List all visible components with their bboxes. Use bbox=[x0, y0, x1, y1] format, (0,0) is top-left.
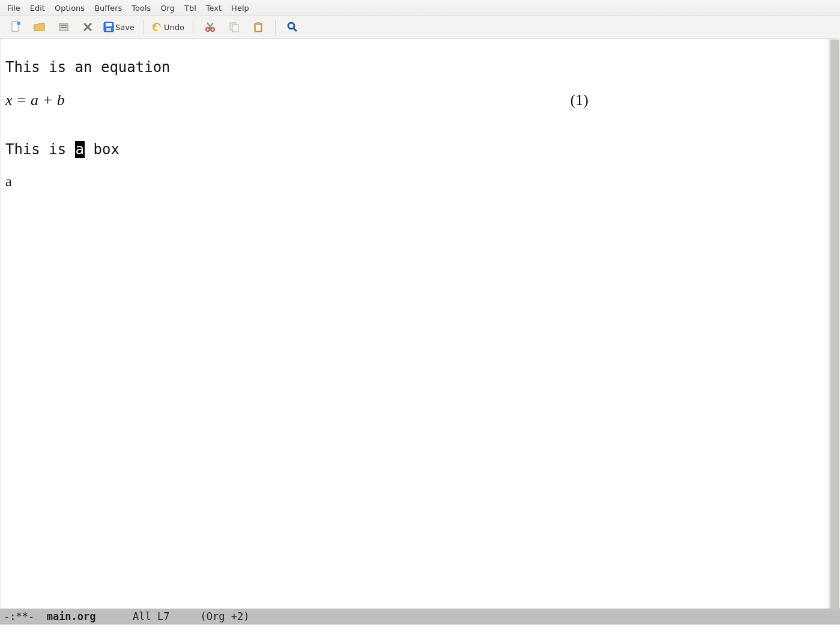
text-cursor: a bbox=[75, 141, 85, 158]
dired-button[interactable] bbox=[53, 19, 74, 35]
svg-line-20 bbox=[294, 28, 297, 31]
menu-item-buffers[interactable]: Buffers bbox=[89, 2, 127, 14]
paste-button[interactable] bbox=[247, 19, 269, 35]
svg-rect-15 bbox=[232, 25, 238, 32]
buffer-line: a bbox=[5, 173, 829, 190]
svg-point-1 bbox=[17, 22, 20, 25]
svg-rect-17 bbox=[256, 22, 260, 25]
buffer-line: This is an equation bbox=[5, 59, 171, 76]
search-magnifier-icon bbox=[287, 22, 298, 32]
menu-item-text[interactable]: Text bbox=[201, 2, 226, 14]
copy-icon bbox=[229, 22, 240, 32]
modeline-buffer-name: main.org bbox=[47, 610, 96, 622]
clipboard-icon bbox=[253, 22, 264, 32]
text-fragment: This is bbox=[5, 141, 75, 158]
equation-text: x = a + b bbox=[5, 91, 65, 109]
undo-arrow-icon bbox=[152, 22, 163, 32]
modeline-spacer bbox=[169, 610, 200, 622]
toolbar-separator bbox=[275, 20, 276, 34]
buffer-line: This is a box bbox=[5, 141, 119, 158]
toolbar: Save Undo bbox=[0, 16, 840, 38]
copy-button[interactable] bbox=[223, 19, 245, 35]
menu-item-edit[interactable]: Edit bbox=[25, 2, 50, 14]
text-buffer[interactable]: This is an equation x = a + b(1) This is… bbox=[0, 38, 829, 609]
vertical-scrollbar[interactable] bbox=[829, 38, 840, 609]
svg-rect-3 bbox=[61, 25, 67, 26]
save-floppy-icon bbox=[103, 22, 114, 32]
open-folder-icon bbox=[34, 22, 46, 32]
menu-item-org[interactable]: Org bbox=[156, 2, 180, 14]
svg-rect-4 bbox=[61, 27, 67, 28]
modeline-position: All L7 bbox=[133, 610, 169, 622]
cut-button[interactable] bbox=[199, 19, 221, 35]
menu-item-tbl[interactable]: Tbl bbox=[180, 2, 201, 14]
modeline-spacer bbox=[96, 610, 133, 622]
undo-button-label: Undo bbox=[164, 23, 184, 32]
toolbar-separator bbox=[143, 20, 144, 34]
save-button[interactable]: Save bbox=[101, 19, 137, 35]
menu-item-tools[interactable]: Tools bbox=[127, 2, 156, 14]
scrollbar-thumb[interactable] bbox=[830, 40, 839, 610]
editor-area: This is an equation x = a + b(1) This is… bbox=[0, 38, 840, 609]
search-button[interactable] bbox=[282, 19, 303, 35]
drive-icon bbox=[58, 22, 69, 32]
svg-rect-9 bbox=[106, 28, 111, 31]
svg-rect-18 bbox=[256, 25, 261, 31]
equation-number: (1) bbox=[570, 91, 588, 109]
close-x-icon bbox=[83, 22, 92, 32]
toolbar-separator bbox=[193, 20, 193, 34]
open-file-button[interactable] bbox=[29, 19, 50, 35]
modeline-status: -:**- bbox=[4, 610, 47, 622]
scissors-icon bbox=[205, 22, 216, 32]
menu-item-options[interactable]: Options bbox=[50, 2, 89, 14]
new-file-icon bbox=[10, 21, 21, 33]
svg-rect-8 bbox=[106, 23, 112, 26]
close-button[interactable] bbox=[77, 19, 98, 35]
save-button-label: Save bbox=[115, 23, 134, 32]
equation-row: x = a + b(1) bbox=[5, 91, 829, 109]
modeline-modes: (Org +2) bbox=[201, 610, 250, 622]
minibuffer[interactable] bbox=[0, 624, 840, 635]
menu-item-help[interactable]: Help bbox=[226, 2, 254, 14]
text-fragment: box bbox=[85, 141, 119, 158]
svg-point-19 bbox=[288, 23, 294, 29]
undo-button[interactable]: Undo bbox=[150, 19, 187, 35]
mode-line[interactable]: -:**- main.org All L7 (Org +2) bbox=[0, 609, 840, 624]
menu-bar: File Edit Options Buffers Tools Org Tbl … bbox=[0, 0, 840, 16]
new-file-button[interactable] bbox=[5, 19, 26, 35]
menu-item-file[interactable]: File bbox=[2, 2, 25, 14]
